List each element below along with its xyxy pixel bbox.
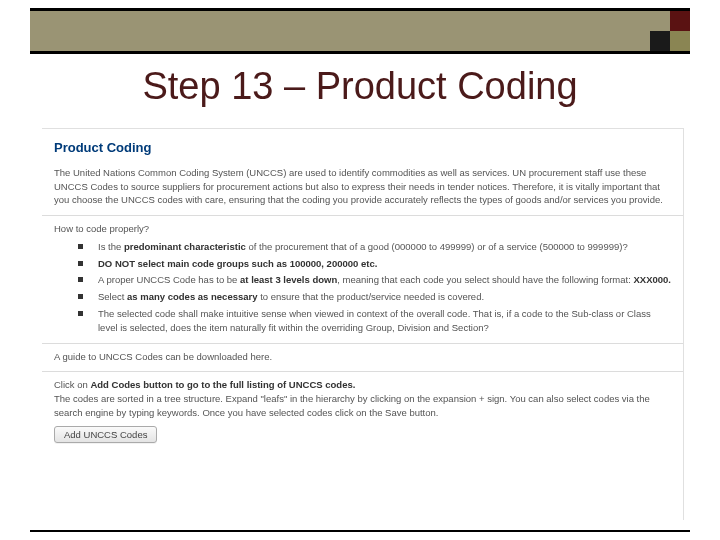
intro-paragraph: The United Nations Common Coding System … [54,166,671,207]
slide-title: Step 13 – Product Coding [0,65,720,108]
bullet-item-4: Select as many codes as necessary to ens… [78,290,671,304]
content-panel: Product Coding The United Nations Common… [42,128,684,520]
add-unccs-codes-button[interactable]: Add UNCCS Codes [54,426,157,443]
deco-square-3 [650,31,670,51]
bottom-rule [30,530,690,532]
section-heading: Product Coding [54,139,683,158]
title-band [30,8,690,54]
howto-label: How to code properly? [54,222,671,236]
bullet-item-3: A proper UNCCS Code has to be at least 3… [78,273,671,287]
deco-square-1 [670,11,690,31]
bullet-list: Is the predominant characteristic of the… [78,240,671,335]
button-row: Add UNCCS Codes [54,426,683,443]
bullet-item-5: The selected code shall make intuitive s… [78,307,671,335]
separator-3 [42,371,683,372]
deco-square-2 [670,31,690,51]
guide-paragraph: A guide to UNCCS Codes can be downloaded… [54,350,671,364]
separator-1 [42,215,683,216]
separator-2 [42,343,683,344]
bullet-item-1: Is the predominant characteristic of the… [78,240,671,254]
bullet-item-2: DO NOT select main code groups such as 1… [78,257,671,271]
clickon-paragraph: Click on Add Codes button to go to the f… [54,378,671,419]
